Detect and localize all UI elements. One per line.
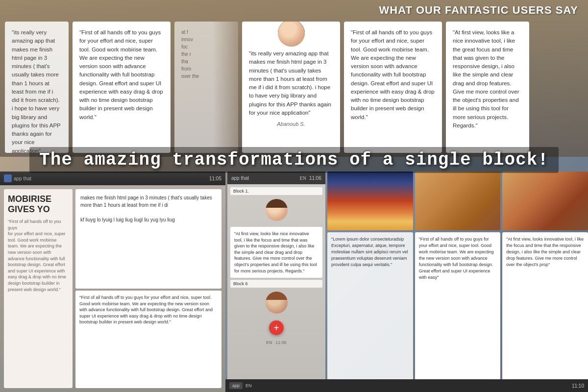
testimonial-card-5: "First of all hands off to you guys for …: [344, 22, 442, 153]
bottom-taskbar-main: app EN 11:10: [225, 379, 588, 392]
avatar2-hair: [266, 292, 288, 300]
avatar-small-hair: [266, 199, 288, 208]
lorem-card: "Lorem ipsum dolor consecteturadsip Exce…: [327, 232, 413, 392]
overlay-text-container: The amazing transformations of a single …: [0, 147, 588, 173]
taskbar-lang: EN: [245, 383, 252, 388]
reviewer-name-4: Abanoub S.: [249, 120, 333, 128]
taskbar-icon: [4, 174, 12, 182]
block-editor-panel: app that EN 11:06 Block 1. "At first vie…: [227, 172, 325, 392]
section-heading: WHAT OUR FANTASTIC USERS SAY: [0, 0, 588, 19]
testimonial-card-3: at finnovfocthe rthafromover the: [174, 22, 238, 153]
testimonial-card-4: "its really very amazing app that makes …: [242, 22, 340, 153]
taskbar-time-left: 11:05: [209, 176, 221, 181]
editor-panel-left: app that 11:05 MOBIRISE GIVES YO "First …: [0, 172, 225, 392]
editor-topbar: app that 11:05: [0, 172, 225, 185]
avatar-face: [278, 22, 305, 47]
testimonial-text-3-partial: at finnovfocthe rthafromover the: [181, 28, 231, 80]
image-panel-3: [502, 172, 588, 230]
block-topbar-label: app that: [231, 175, 249, 181]
testimonials-row: "its really very amazing app that makes …: [0, 19, 588, 156]
small-testimonial-left: "First of all hands off to you guys for …: [75, 291, 221, 388]
testimonial-right-2-text: "First of all hands off to you guys for …: [419, 236, 497, 281]
block-content: Block 1. "At first view, looks like nice…: [227, 184, 325, 348]
testimonial-right-3-text: "At first view, looks innovative tool, i…: [506, 236, 584, 268]
bottom-taskbar-center: EN 11:06: [230, 340, 322, 345]
block-text-area: "At first view, looks like nice innovati…: [230, 227, 322, 278]
testimonial-right-3: "At first view, looks innovative tool, i…: [502, 232, 588, 392]
lang-badge: EN: [300, 175, 306, 181]
testimonial-card-6: "At first view, looks like a nice innova…: [446, 22, 529, 153]
bottom-section: app that 11:05 MOBIRISE GIVES YO "First …: [0, 172, 588, 392]
testimonial-text-6: "At first view, looks like a nice innova…: [453, 28, 522, 130]
overlay-heading: The amazing transformations of a single …: [29, 147, 559, 173]
mobirise-heading: MOBIRISE GIVES YO: [8, 194, 69, 215]
lorem-text: "Lorem ipsum dolor consecteturadsip Exce…: [331, 236, 409, 268]
image-desert: [415, 172, 501, 230]
avatar-small-center2: [266, 292, 288, 314]
editor-main-text: makes me finish html page in 3 minutes (…: [80, 195, 212, 208]
taskbar-time-bottom: 11:10: [572, 383, 584, 389]
testimonial-text-1: "its really very amazing app that makes …: [12, 28, 62, 153]
right-col-2: "First of all hands off to you guys for …: [415, 172, 501, 392]
time-bottom-center: 11:06: [275, 340, 287, 345]
editor-random-text: kf liuyg lo lyuig l luig liug liugl liu …: [80, 217, 175, 222]
testimonial-card-1: "its really very amazing app that makes …: [5, 22, 69, 153]
topbar-time-center: 11:06: [309, 175, 321, 181]
mobirise-sub: "First of all hands off to you guys for …: [8, 219, 69, 293]
avatar-small-center: [266, 199, 288, 221]
block6-label: Block 6: [230, 280, 322, 288]
taskbar-text-left: app that: [14, 176, 31, 181]
testimonial-text-4: "its really very amazing app that makes …: [249, 49, 333, 117]
right-panels: "Lorem ipsum dolor consecteturadsip Exce…: [327, 172, 588, 392]
block1-label: Block 1.: [230, 187, 322, 195]
image-sunset: [327, 172, 413, 230]
top-section: WHAT OUR FANTASTIC USERS SAY "its really…: [0, 0, 588, 157]
testimonial-right-2: "First of all hands off to you guys for …: [415, 232, 501, 392]
testimonial-text-2: "First of all hands off to you guys for …: [79, 28, 164, 122]
right-col-1: "Lorem ipsum dolor consecteturadsip Exce…: [327, 172, 413, 392]
right-col-3: "At first view, looks innovative tool, i…: [502, 172, 588, 392]
avatar-abanoub: [278, 22, 305, 47]
taskbar-btn-app[interactable]: app: [229, 382, 243, 389]
editor-content: MOBIRISE GIVES YO "First of all hands of…: [0, 185, 225, 392]
block-topbar: app that EN 11:06: [227, 172, 325, 184]
testimonial-card-2: "First of all hands off to you guys for …: [73, 22, 171, 153]
red-plus-button[interactable]: +: [269, 320, 284, 335]
testimonial-text-5: "First of all hands off to you guys for …: [351, 28, 435, 122]
mobirise-panel: MOBIRISE GIVES YO "First of all hands of…: [4, 189, 73, 388]
